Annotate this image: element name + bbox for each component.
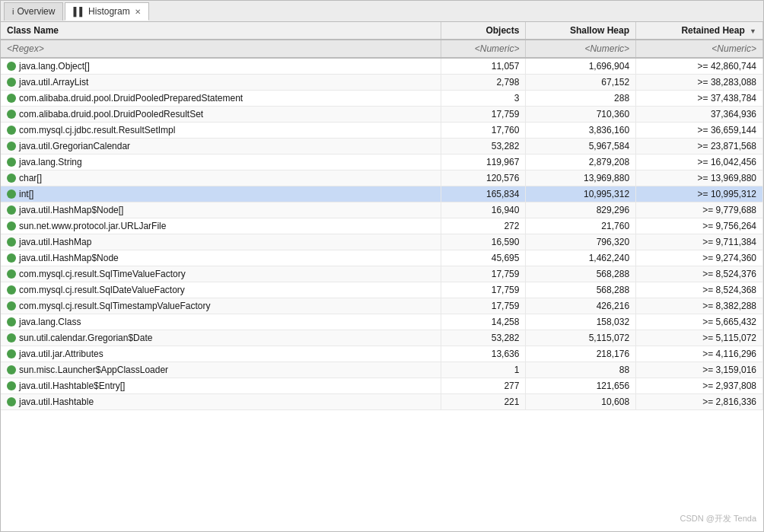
- class-icon: [7, 205, 16, 215]
- cell-objects: 272: [441, 218, 526, 234]
- table-row[interactable]: int[]165,83410,995,312>= 10,995,312: [1, 186, 763, 202]
- table-row[interactable]: com.alibaba.druid.pool.DruidPooledPrepar…: [1, 91, 763, 107]
- class-icon: [7, 381, 16, 390]
- table-body: java.lang.Object[]11,0571,696,904>= 42,8…: [1, 58, 763, 410]
- class-icon: [7, 78, 16, 87]
- class-icon: [7, 269, 16, 279]
- table-row[interactable]: java.util.HashMap16,590796,320>= 9,711,3…: [1, 234, 763, 250]
- cell-objects: 16,590: [441, 234, 526, 250]
- cell-objects: 17,759: [441, 107, 526, 123]
- cell-class-name: sun.util.calendar.Gregorian$Date: [1, 330, 441, 346]
- cell-shallow-heap: 796,320: [526, 234, 636, 250]
- col-header-shallow-heap[interactable]: Shallow Heap: [526, 22, 636, 40]
- cell-objects: 3: [441, 91, 526, 107]
- cell-class-name: java.util.GregorianCalendar: [1, 139, 441, 155]
- class-name-text: java.util.GregorianCalendar: [19, 141, 130, 151]
- table-row[interactable]: java.lang.String119,9672,879,208>= 16,04…: [1, 155, 763, 170]
- cell-objects: 45,695: [441, 250, 526, 266]
- cell-shallow-heap: 158,032: [526, 314, 636, 330]
- col-header-objects[interactable]: Objects: [441, 22, 526, 40]
- table-row[interactable]: java.util.HashMap$Node[]16,940829,296>= …: [1, 202, 763, 218]
- class-name-text: sun.net.www.protocol.jar.URLJarFile: [19, 221, 166, 231]
- table-container: Class Name Objects Shallow Heap Retained…: [1, 22, 763, 531]
- cell-retained-heap: >= 2,937,808: [636, 378, 763, 394]
- cell-retained-heap: >= 13,969,880: [636, 170, 763, 186]
- cell-class-name: com.mysql.cj.jdbc.result.ResultSetImpl: [1, 123, 441, 139]
- tab-histogram-label: Histogram: [88, 6, 130, 17]
- table-row[interactable]: com.mysql.cj.result.SqlTimestampValueFac…: [1, 298, 763, 314]
- table-row[interactable]: java.util.Hashtable22110,608>= 2,816,336: [1, 394, 763, 410]
- tab-histogram[interactable]: ▌▌ Histogram ✕: [65, 2, 148, 21]
- cell-shallow-heap: 13,969,880: [526, 170, 636, 186]
- class-name-text: java.util.Hashtable: [19, 397, 94, 407]
- cell-objects: 13,636: [441, 346, 526, 362]
- class-name-text: java.util.ArrayList: [19, 77, 88, 88]
- class-icon: [7, 285, 16, 295]
- cell-shallow-heap: 218,176: [526, 346, 636, 362]
- table-row[interactable]: java.util.GregorianCalendar53,2825,967,5…: [1, 139, 763, 155]
- class-name-text: sun.util.calendar.Gregorian$Date: [19, 333, 152, 343]
- tab-close-icon[interactable]: ✕: [135, 8, 141, 16]
- class-icon: [7, 62, 16, 71]
- tab-overview[interactable]: i Overview: [4, 2, 63, 21]
- histogram-table: Class Name Objects Shallow Heap Retained…: [1, 22, 763, 410]
- cell-shallow-heap: 121,656: [526, 378, 636, 394]
- table-row[interactable]: java.util.jar.Attributes13,636218,176>= …: [1, 346, 763, 362]
- cell-shallow-heap: 2,879,208: [526, 155, 636, 170]
- filter-objects[interactable]: <Numeric>: [441, 40, 526, 58]
- table-row[interactable]: com.mysql.cj.result.SqlDateValueFactory1…: [1, 282, 763, 298]
- cell-shallow-heap: 21,760: [526, 218, 636, 234]
- class-name-text: char[]: [19, 173, 42, 183]
- table-row[interactable]: com.mysql.cj.result.SqlTimeValueFactory1…: [1, 266, 763, 282]
- class-icon: [7, 333, 16, 342]
- cell-objects: 2,798: [441, 75, 526, 91]
- cell-shallow-heap: 568,288: [526, 282, 636, 298]
- table-row[interactable]: java.util.HashMap$Node45,6951,462,240>= …: [1, 250, 763, 266]
- cell-class-name: java.lang.String: [1, 155, 441, 170]
- table-row[interactable]: java.util.ArrayList2,79867,152>= 38,283,…: [1, 75, 763, 91]
- class-icon: [7, 221, 16, 231]
- col-header-retained-heap[interactable]: Retained Heap ▼: [636, 22, 763, 40]
- class-icon: [7, 253, 16, 263]
- cell-objects: 17,759: [441, 298, 526, 314]
- table-row[interactable]: java.lang.Class14,258158,032>= 5,665,432: [1, 314, 763, 330]
- class-name-text: com.mysql.cj.result.SqlTimestampValueFac…: [19, 301, 210, 311]
- table-row[interactable]: java.lang.Object[]11,0571,696,904>= 42,8…: [1, 58, 763, 75]
- cell-class-name: char[]: [1, 170, 441, 186]
- cell-retained-heap: >= 5,115,072: [636, 330, 763, 346]
- table-row[interactable]: com.alibaba.druid.pool.DruidPooledResult…: [1, 107, 763, 123]
- table-row[interactable]: sun.net.www.protocol.jar.URLJarFile27221…: [1, 218, 763, 234]
- filter-class-name[interactable]: <Regex>: [1, 40, 441, 58]
- cell-class-name: java.lang.Object[]: [1, 58, 441, 75]
- cell-shallow-heap: 1,462,240: [526, 250, 636, 266]
- class-name-text: java.lang.String: [19, 157, 82, 167]
- table-row[interactable]: sun.misc.Launcher$AppClassLoader188>= 3,…: [1, 362, 763, 378]
- cell-objects: 120,576: [441, 170, 526, 186]
- cell-retained-heap: >= 8,524,376: [636, 266, 763, 282]
- class-name-text: com.mysql.cj.result.SqlTimeValueFactory: [19, 269, 186, 279]
- table-row[interactable]: java.util.Hashtable$Entry[]277121,656>= …: [1, 378, 763, 394]
- cell-shallow-heap: 10,608: [526, 394, 636, 410]
- class-name-text: int[]: [19, 189, 33, 199]
- cell-shallow-heap: 10,995,312: [526, 186, 636, 202]
- filter-retained-heap[interactable]: <Numeric>: [636, 40, 763, 58]
- cell-retained-heap: >= 3,159,016: [636, 362, 763, 378]
- class-name-text: java.util.HashMap$Node: [19, 253, 119, 263]
- cell-objects: 221: [441, 394, 526, 410]
- filter-shallow-heap[interactable]: <Numeric>: [526, 40, 636, 58]
- class-name-text: java.lang.Class: [19, 317, 81, 327]
- table-row[interactable]: com.mysql.cj.jdbc.result.ResultSetImpl17…: [1, 123, 763, 139]
- cell-retained-heap: >= 42,860,744: [636, 58, 763, 75]
- cell-objects: 53,282: [441, 139, 526, 155]
- class-icon: [7, 142, 16, 151]
- class-name-text: com.alibaba.druid.pool.DruidPooledResult…: [19, 109, 203, 119]
- col-header-class-name[interactable]: Class Name: [1, 22, 441, 40]
- table-row[interactable]: char[]120,57613,969,880>= 13,969,880: [1, 170, 763, 186]
- table-row[interactable]: sun.util.calendar.Gregorian$Date53,2825,…: [1, 330, 763, 346]
- cell-retained-heap: >= 5,665,432: [636, 314, 763, 330]
- class-icon: [7, 317, 16, 327]
- class-name-text: com.mysql.cj.jdbc.result.ResultSetImpl: [19, 125, 175, 135]
- class-icon: [7, 126, 16, 135]
- cell-shallow-heap: 5,115,072: [526, 330, 636, 346]
- cell-class-name: com.mysql.cj.result.SqlTimestampValueFac…: [1, 298, 441, 314]
